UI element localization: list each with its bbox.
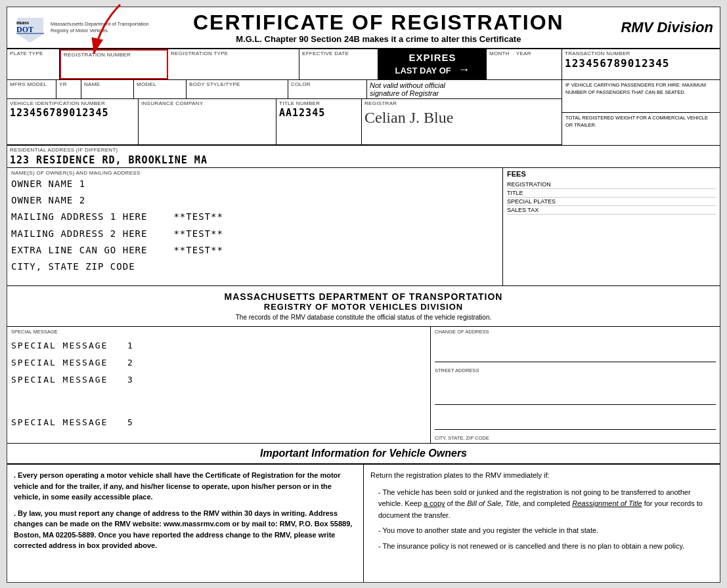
transaction-label: TRANSACTION NUMBER <box>565 51 717 56</box>
fee-title-name: TITLE <box>507 190 523 196</box>
header: mass DOT Massachusetts Department of Tra… <box>7 7 720 49</box>
info-para1-bold-start: . Every person operating a motor vehicle… <box>14 471 341 501</box>
dept-name: MASSACHUSETTS DEPARTMENT OF TRANSPORTATI… <box>10 291 717 302</box>
change-address-label: CHANGE OF ADDRESS <box>435 329 716 335</box>
registrar-sig: Celian J. Blue <box>364 106 559 129</box>
owner-line3b: **TEST** <box>173 209 223 225</box>
street-address-group: STREET ADDRESS <box>435 346 716 373</box>
address-label: RESIDENTIAL ADDRESS (IF DIFFERENT) <box>10 147 717 153</box>
logo-text: Massachusetts Department of Transportati… <box>51 21 149 34</box>
header-center: CERTIFICATE OF REGISTRATION M.G.L. Chapt… <box>149 12 608 44</box>
rows-2-3: MFRS MODEL YR NAME MODEL BODY STYLE/TYPE… <box>7 80 720 146</box>
not-valid-line2: signature of Registrar <box>370 89 559 97</box>
reg-number-label: REGISTRATION NUMBER <box>64 52 164 58</box>
info-para2-bold-start: . By law, you must report any change of … <box>14 509 352 550</box>
title-label: TITLE NUMBER <box>279 100 359 106</box>
fee-sales-tax-name: SALES TAX <box>507 207 539 213</box>
info-bullet-2: You move to another state and you regist… <box>378 525 713 537</box>
fee-title: TITLE <box>507 189 716 198</box>
change-address-cell: CHANGE OF ADDRESS STREET ADDRESS CITY, S… <box>431 327 720 443</box>
special-msg-2: SPECIAL MESSAGE 2 <box>11 354 426 371</box>
owner-line1: OWNER NAME 1 <box>11 176 498 192</box>
rmv-division: RMV Division <box>608 19 713 36</box>
fees-cell: FEES REGISTRATION TITLE SPECIAL PLATES S… <box>503 168 720 285</box>
info-row: . Every person operating a motor vehicle… <box>7 464 720 582</box>
reg-number-cell: REGISTRATION NUMBER <box>60 49 168 79</box>
logo-subtitle: Massachusetts Department of Transportati… <box>51 21 149 34</box>
vin-cell: VEHICLE IDENTIFICATION NUMBER 1234567890… <box>7 99 139 144</box>
row2-fields: MFRS MODEL YR NAME MODEL BODY STYLE/TYPE… <box>7 80 562 99</box>
owner-line4: MAILING ADDRESS 2 HERE <box>11 226 147 242</box>
owner-line3: MAILING ADDRESS 1 HERE <box>11 209 147 225</box>
title-value: AA12345 <box>279 107 359 119</box>
owner-line4-row: MAILING ADDRESS 2 HERE **TEST** <box>11 226 498 242</box>
if-vehicle-cell: IF VEHICLE CARRYING PASSENGERS FOR HIRE:… <box>562 80 720 113</box>
info-left-para1: . Every person operating a motor vehicle… <box>14 470 357 503</box>
special-message-cell: SPECIAL MESSAGE SPECIAL MESSAGE 1 SPECIA… <box>7 327 431 443</box>
if-vehicle-label: IF VEHICLE CARRYING PASSENGERS FOR HIRE:… <box>565 82 706 95</box>
fee-sales-tax: SALES TAX <box>507 206 716 215</box>
info-bullet-3: The insurance policy is not renewed or i… <box>378 541 713 553</box>
row3-fields: VEHICLE IDENTIFICATION NUMBER 1234567890… <box>7 99 562 145</box>
important-header: Important Information for Vehicle Owners <box>7 444 720 464</box>
insurance-label: INSURANCE COMPANY <box>141 100 273 106</box>
owner-line5: EXTRA LINE CAN GO HERE <box>11 242 147 259</box>
owner-cell: NAME(S) OF OWNER(S) AND MAILING ADDRESS … <box>7 168 503 285</box>
transaction-value: 123456789012345 <box>565 57 717 70</box>
not-valid-line1: Not valid without official <box>370 81 559 89</box>
city-address-line2 <box>435 414 716 430</box>
info-right-intro: Return the registration plates to the RM… <box>370 470 713 482</box>
expires-cell: EXPIRES LAST DAY OF → <box>378 49 487 79</box>
plate-type-cell: PLATE TYPE <box>7 49 60 79</box>
expires-arrow: → <box>458 63 470 76</box>
row1-fields: PLATE TYPE REGISTRATION NUMBER REGISTRAT… <box>7 49 720 80</box>
info-bullet-1: The vehicle has been sold or junked and … <box>378 487 713 522</box>
owner-line5-row: EXTRA LINE CAN GO HERE **TEST** <box>11 242 498 259</box>
dept-row: MASSACHUSETTS DEPARTMENT OF TRANSPORTATI… <box>7 286 720 327</box>
certificate-page: mass DOT Massachusetts Department of Tra… <box>7 7 720 583</box>
owner-line5b: **TEST** <box>173 242 223 259</box>
right-panel-2-3: IF VEHICLE CARRYING PASSENGERS FOR HIRE:… <box>562 80 720 145</box>
body-cell: BODY STYLE/TYPE <box>187 80 288 98</box>
logo-area: mass DOT Massachusetts Department of Tra… <box>14 11 149 44</box>
year-label: YEAR <box>516 51 531 56</box>
vin-label: VEHICLE IDENTIFICATION NUMBER <box>10 100 135 106</box>
city-address-group: CITY, STATE, ZIP CODE <box>435 389 716 441</box>
info-right: Return the registration plates to the RM… <box>364 465 720 582</box>
left-block-2-3: MFRS MODEL YR NAME MODEL BODY STYLE/TYPE… <box>7 80 562 145</box>
svg-text:DOT: DOT <box>16 25 33 34</box>
info-left: . Every person operating a motor vehicle… <box>7 465 364 582</box>
body-label: BODY STYLE/TYPE <box>189 81 285 87</box>
fee-registration: REGISTRATION <box>507 180 716 189</box>
info-left-para2: . By law, you must report any change of … <box>14 508 357 551</box>
address-cell: RESIDENTIAL ADDRESS (IF DIFFERENT) 123 R… <box>7 146 720 167</box>
registrar-cell: REGISTRAR Celian J. Blue <box>362 99 562 144</box>
eff-date-cell: EFFECTIVE DATE <box>299 49 378 79</box>
street-address-label: STREET ADDRESS <box>435 368 716 373</box>
expires-label: EXPIRES <box>408 52 456 63</box>
eff-date-label: EFFECTIVE DATE <box>302 51 375 56</box>
owner-line4b: **TEST** <box>173 226 223 242</box>
owner-label: NAME(S) OF OWNER(S) AND MAILING ADDRESS <box>11 170 498 176</box>
city-address-line <box>435 389 716 405</box>
special-msg-3: SPECIAL MESSAGE 3 <box>11 371 426 388</box>
month-label: MONTH <box>489 51 510 56</box>
row4-fields: RESIDENTIAL ADDRESS (IF DIFFERENT) 123 R… <box>7 146 720 168</box>
special-row: SPECIAL MESSAGE SPECIAL MESSAGE 1 SPECIA… <box>7 327 720 444</box>
name-cell: NAME <box>81 80 134 98</box>
yr-cell: YR <box>56 80 81 98</box>
cert-subtitle: M.G.L. Chapter 90 Section 24B makes it a… <box>156 34 602 44</box>
special-msg-5: SPECIAL MESSAGE 5 <box>11 414 426 431</box>
month-year-cell: MONTH YEAR <box>487 49 562 79</box>
important-title: Important Information for Vehicle Owners <box>260 448 467 459</box>
owner-line6: CITY, STATE ZIP CODE <box>11 259 498 275</box>
model-cell: MODEL <box>134 80 187 98</box>
special-msg-blank <box>11 388 426 414</box>
color-cell: COLOR <box>288 80 367 98</box>
insurance-cell: INSURANCE COMPANY <box>139 99 276 144</box>
dept-note: The records of the RMV database constitu… <box>10 314 717 321</box>
city-address-label: CITY, STATE, ZIP CODE <box>435 435 716 441</box>
expires-last-day: LAST DAY OF → <box>395 63 470 77</box>
special-msg-1: SPECIAL MESSAGE 1 <box>11 337 426 354</box>
transaction-cell: TRANSACTION NUMBER 123456789012345 <box>562 49 720 79</box>
